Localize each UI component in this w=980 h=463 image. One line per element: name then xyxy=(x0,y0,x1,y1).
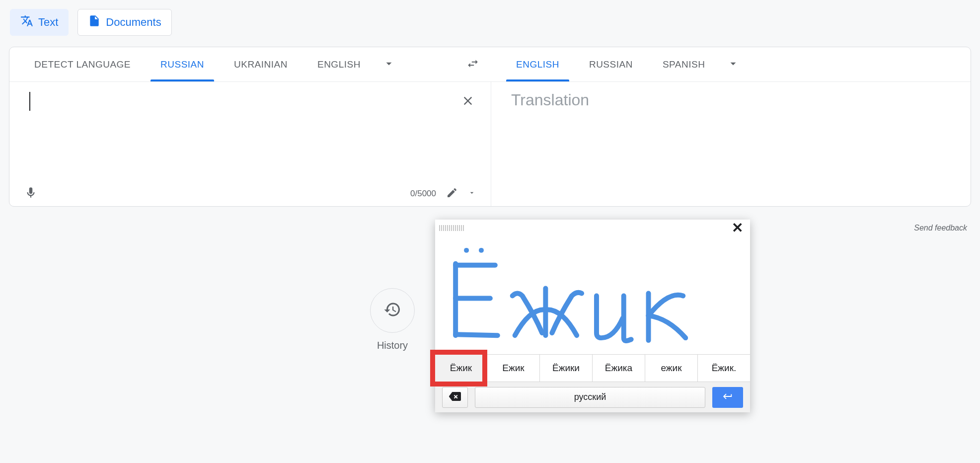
close-icon: ✕ xyxy=(732,220,743,235)
source-lang-1[interactable]: UKRAINIAN xyxy=(219,47,302,81)
text-caret xyxy=(29,92,30,111)
handwriting-delete-button[interactable] xyxy=(442,387,468,408)
handwriting-language-button[interactable]: русский xyxy=(475,387,705,408)
svg-point-0 xyxy=(464,248,469,253)
swap-languages-button[interactable] xyxy=(459,51,486,78)
drag-handle[interactable] xyxy=(439,225,465,231)
chevron-down-icon xyxy=(382,57,395,72)
mode-tab-documents[interactable]: Documents xyxy=(77,9,171,36)
handwriting-input-button[interactable] xyxy=(446,187,458,201)
source-lang-0[interactable]: RUSSIAN xyxy=(146,47,219,81)
chevron-down-icon xyxy=(727,57,740,72)
suggestion-2[interactable]: Ёжики xyxy=(540,355,593,382)
voice-input-button[interactable] xyxy=(24,186,37,201)
pencil-icon xyxy=(446,187,458,201)
suggestion-1[interactable]: Ежик xyxy=(487,355,540,382)
close-icon xyxy=(461,94,475,110)
language-row: DETECT LANGUAGE RUSSIAN UKRAINIAN ENGLIS… xyxy=(9,47,971,82)
caret-down-icon xyxy=(468,189,476,199)
target-lang-2[interactable]: SPANISH xyxy=(648,47,720,81)
backspace-icon xyxy=(449,390,461,404)
clear-input-button[interactable] xyxy=(457,91,479,113)
mode-tab-documents-label: Documents xyxy=(106,16,161,29)
translate-icon xyxy=(20,14,33,30)
mode-tab-text-label: Text xyxy=(38,16,58,29)
char-counter: 0/5000 xyxy=(410,189,436,199)
target-lang-1[interactable]: RUSSIAN xyxy=(574,47,648,81)
handwriting-panel: ✕ xyxy=(435,220,750,412)
handwriting-suggestions: Ёжик Ежик Ёжики Ёжика ежик Ёжик. xyxy=(435,355,750,382)
history-section: History xyxy=(370,288,415,351)
suggestion-3[interactable]: Ёжика xyxy=(593,355,645,382)
source-detect-language[interactable]: DETECT LANGUAGE xyxy=(19,47,146,81)
history-icon xyxy=(383,301,401,320)
history-button[interactable] xyxy=(370,288,415,333)
send-feedback-link[interactable]: Send feedback xyxy=(914,224,967,232)
source-pane: 0/5000 xyxy=(9,82,491,206)
history-label: History xyxy=(370,340,415,351)
target-pane: Translation xyxy=(491,82,971,206)
translation-placeholder: Translation xyxy=(491,82,971,118)
source-lang-more[interactable] xyxy=(376,51,402,78)
target-lang-0[interactable]: ENGLISH xyxy=(501,47,574,81)
input-method-dropdown[interactable] xyxy=(468,189,476,199)
suggestion-4[interactable]: ежик xyxy=(645,355,698,382)
svg-point-1 xyxy=(479,248,484,253)
handwriting-close-button[interactable]: ✕ xyxy=(729,220,746,236)
handwriting-enter-button[interactable] xyxy=(712,387,743,408)
translate-card: DETECT LANGUAGE RUSSIAN UKRAINIAN ENGLIS… xyxy=(9,47,971,207)
suggestion-0[interactable]: Ёжик xyxy=(435,355,487,382)
source-text-input[interactable] xyxy=(9,82,491,161)
source-lang-2[interactable]: ENGLISH xyxy=(302,47,376,81)
handwriting-canvas[interactable] xyxy=(435,236,750,355)
target-lang-more[interactable] xyxy=(720,51,747,78)
enter-icon xyxy=(722,391,733,404)
swap-icon xyxy=(466,57,479,72)
mode-tab-text[interactable]: Text xyxy=(10,9,69,36)
microphone-icon xyxy=(24,186,37,201)
document-icon xyxy=(88,14,101,30)
suggestion-5[interactable]: Ёжик. xyxy=(698,355,750,382)
